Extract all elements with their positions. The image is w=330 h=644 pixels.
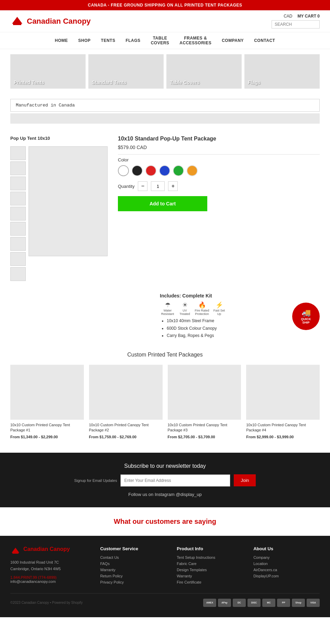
- footer-link-company[interactable]: Company: [253, 555, 320, 560]
- uv-icon: ☀: [182, 301, 188, 309]
- payment-diners: DC: [233, 599, 246, 607]
- footer-link-faqs[interactable]: FAQs: [100, 562, 166, 566]
- footer-address: 1600 Industrial Road Unit 7C Cambridge, …: [10, 559, 90, 573]
- kit-item-2: 600D Stock Colour Canopy: [167, 325, 287, 332]
- svg-marker-0: [12, 17, 22, 24]
- quick-ship-line2: SHIP: [302, 321, 309, 324]
- logo[interactable]: Canadian Canopy: [10, 16, 91, 26]
- nav-tents[interactable]: TENTS: [101, 38, 116, 43]
- footer-about-us-title: About Us: [253, 546, 320, 551]
- nav-shop[interactable]: SHOP: [78, 38, 91, 43]
- cat-card-flags-label: Flags: [248, 80, 261, 85]
- manufactured-banner: Manufactured in Canada: [10, 99, 320, 112]
- fast-label: Fast Set Up: [211, 309, 227, 316]
- footer-address-line2: Cambridge, Ontario N3H 4W5: [10, 567, 61, 571]
- quantity-input[interactable]: [151, 181, 165, 191]
- custom-product-4-image: [246, 365, 320, 420]
- product-main-image[interactable]: [29, 146, 108, 256]
- kit-area: Includes: Complete Kit ☂ Water Resistant…: [160, 293, 320, 340]
- custom-section-title: Custom Printed Tent Packages: [10, 352, 320, 358]
- footer-link-contact-us[interactable]: Contact Us: [100, 555, 166, 560]
- footer-link-return-policy[interactable]: Return Policy: [100, 574, 166, 578]
- product-thumb-1[interactable]: [10, 146, 26, 160]
- footer-link-warranty-pi[interactable]: Warranty: [177, 574, 243, 578]
- product-thumb-6[interactable]: [10, 222, 26, 236]
- color-swatch-blue[interactable]: [159, 165, 170, 176]
- product-thumb-9[interactable]: [10, 267, 26, 281]
- custom-product-2-price: From $1,759.00 - $2,769.00: [89, 435, 163, 439]
- kit-title-text: Includes: Complete Kit: [160, 293, 212, 298]
- header: Canadian Canopy CAD MY CART 0: [0, 10, 330, 32]
- payment-visa: VISA: [307, 599, 320, 607]
- product-thumb-8[interactable]: [10, 252, 26, 266]
- category-cards: Printed Tents Standard Tents Table Cover…: [0, 49, 330, 94]
- custom-product-3[interactable]: 10x10 Custom Printed Canopy Tent Package…: [168, 365, 241, 439]
- payment-paypal: PP: [277, 599, 290, 607]
- footer-link-displayup[interactable]: DisplayUP.com: [253, 574, 320, 578]
- svg-rect-3: [12, 553, 19, 554]
- cat-card-flags[interactable]: Flags: [244, 54, 320, 89]
- manufactured-bar: [10, 113, 320, 124]
- nav-home[interactable]: HOME: [55, 38, 68, 43]
- custom-product-4-name: 10x10 Custom Printed Canopy Tent Package…: [246, 422, 320, 433]
- footer-link-warranty-cs[interactable]: Warranty: [100, 568, 166, 572]
- kit-feature-fast: ⚡ Fast Set Up: [211, 301, 227, 316]
- footer-customer-service-title: Customer Service: [100, 546, 166, 551]
- cart-button[interactable]: MY CART 0: [298, 14, 320, 19]
- product-thumb-5[interactable]: [10, 207, 26, 221]
- product-thumb-3[interactable]: [10, 177, 26, 190]
- newsletter-join-button[interactable]: Join: [234, 474, 256, 486]
- payment-mastercard: MC: [262, 599, 275, 607]
- footer-customer-service: Customer Service Contact Us FAQs Warrant…: [100, 546, 166, 586]
- footer-product-info: Product Info Tent Setup Instructions Fab…: [177, 546, 243, 586]
- nav-flags[interactable]: FLAGS: [125, 38, 140, 43]
- footer-email[interactable]: info@canadiancanopy.com: [10, 579, 90, 584]
- quantity-section: Quantity − +: [118, 181, 320, 191]
- quantity-decrease-button[interactable]: −: [138, 181, 147, 191]
- nav-table-covers[interactable]: TABLE COVERS: [151, 36, 169, 45]
- color-swatch-green[interactable]: [173, 165, 184, 176]
- payment-apple-pay: APay: [218, 599, 231, 607]
- footer-link-location[interactable]: Location: [253, 562, 320, 566]
- color-swatch-orange[interactable]: [187, 165, 198, 176]
- footer-bottom: ©2023 Canadian Canopy • Powered by Shopi…: [10, 593, 320, 607]
- top-banner-text: CANADA - FREE GROUND SHIPPING ON ALL PRI…: [88, 3, 242, 8]
- footer-link-design-templates[interactable]: Design Templates: [177, 568, 243, 572]
- nav-company[interactable]: COMPANY: [222, 38, 244, 43]
- footer-link-fabric-care[interactable]: Fabric Care: [177, 562, 243, 566]
- add-to-cart-button[interactable]: Add to Cart: [118, 196, 207, 211]
- header-top-right: CAD MY CART 0: [284, 14, 320, 19]
- nav-frames[interactable]: FRAMES & ACCESSORIES: [179, 36, 211, 45]
- currency-selector[interactable]: CAD: [284, 14, 292, 19]
- color-swatches: [118, 165, 320, 176]
- custom-product-2[interactable]: 10x10 Custom Printed Canopy Tent Package…: [89, 365, 163, 439]
- cat-card-printed-tents[interactable]: Printed Tents: [10, 54, 86, 89]
- kit-items-list: 10x10 40mm Steel Frame 600D Stock Colour…: [160, 317, 287, 340]
- cat-card-standard-tents[interactable]: Standard Tents: [88, 54, 164, 89]
- footer-link-tent-setup[interactable]: Tent Setup Instructions: [177, 555, 243, 560]
- product-thumb-2[interactable]: [10, 161, 26, 175]
- search-input[interactable]: [272, 20, 320, 29]
- product-thumb-4[interactable]: [10, 192, 26, 205]
- color-swatch-red[interactable]: [145, 165, 156, 176]
- product-section: Pop Up Tent 10x10 10x10 Standard Pop-Up …: [0, 129, 330, 288]
- product-grid: 10x10 Custom Printed Canopy Tent Package…: [10, 365, 320, 439]
- footer-link-privacy-policy[interactable]: Privacy Policy: [100, 580, 166, 584]
- quantity-label: Quantity: [118, 184, 134, 189]
- color-swatch-black[interactable]: [132, 165, 143, 176]
- product-thumb-7[interactable]: [10, 237, 26, 251]
- newsletter-email-input[interactable]: [120, 474, 230, 487]
- footer-phone[interactable]: 1.844.PRINT.99 (774-6899): [10, 575, 90, 579]
- product-title: 10x10 Standard Pop-Up Tent Package: [118, 136, 320, 142]
- svg-marker-2: [12, 547, 19, 553]
- footer-link-airdancers[interactable]: AirDancers.ca: [253, 568, 320, 572]
- footer-link-fire-certificate[interactable]: Fire Certificate: [177, 580, 243, 584]
- cat-card-table-covers[interactable]: Table Covers: [166, 54, 242, 89]
- custom-product-4[interactable]: 10x10 Custom Printed Canopy Tent Package…: [246, 365, 320, 439]
- nav-contact[interactable]: CONTACT: [254, 38, 275, 43]
- custom-product-1[interactable]: 10x10 Custom Printed Canopy Tent Package…: [10, 365, 84, 439]
- custom-product-3-image: [168, 365, 241, 420]
- quantity-increase-button[interactable]: +: [168, 181, 178, 191]
- custom-product-2-name: 10x10 Custom Printed Canopy Tent Package…: [89, 422, 163, 433]
- color-swatch-white[interactable]: [118, 165, 129, 176]
